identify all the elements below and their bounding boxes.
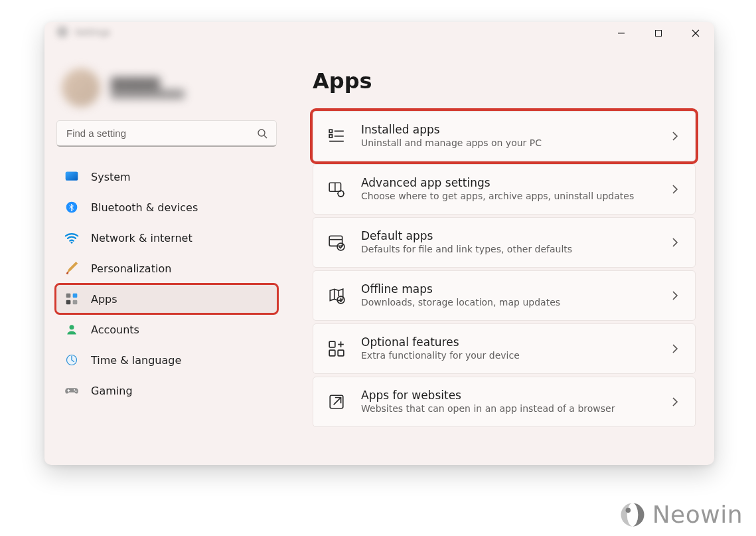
sidebar-item-accounts[interactable]: Accounts: [56, 315, 277, 343]
sidebar-item-label: Personalization: [91, 262, 171, 275]
sidebar-item-label: Gaming: [91, 385, 133, 397]
svg-point-14: [70, 325, 74, 329]
search-icon: [257, 128, 267, 139]
bluetooth-icon: [64, 200, 79, 215]
card-installed-apps[interactable]: Installed apps Uninstall and manage apps…: [313, 111, 696, 161]
chevron-right-icon: [670, 184, 680, 195]
titlebar-left-blurred: Settings: [56, 26, 110, 38]
card-optional-features[interactable]: Optional features Extra functionality fo…: [313, 323, 696, 374]
person-icon: [64, 322, 79, 337]
svg-point-17: [75, 391, 76, 392]
card-apps-for-websites[interactable]: Apps for websites Websites that can open…: [313, 377, 696, 427]
sidebar-item-bluetooth[interactable]: Bluetooth & devices: [56, 193, 277, 221]
sidebar-item-gaming[interactable]: Gaming: [56, 377, 277, 404]
card-default-apps[interactable]: Default apps Defaults for file and link …: [313, 217, 696, 268]
user-name: ██████: [111, 77, 185, 90]
paintbrush-icon: [64, 261, 79, 276]
svg-rect-12: [66, 300, 71, 305]
map-download-icon: [328, 287, 345, 304]
svg-rect-26: [329, 236, 342, 246]
open-external-icon: [328, 393, 345, 410]
card-title: Apps for websites: [361, 389, 662, 402]
watermark: Neowin: [619, 501, 743, 528]
card-title: Installed apps: [361, 123, 662, 137]
list-icon: [328, 128, 345, 145]
sidebar-nav: System Bluetooth & devices Network & int…: [56, 163, 277, 404]
sidebar-item-label: System: [91, 171, 131, 183]
main-panel: Apps Installed apps Uninstall and manage…: [289, 45, 714, 465]
chevron-right-icon: [670, 343, 680, 354]
sidebar-item-label: Bluetooth & devices: [91, 201, 198, 214]
svg-rect-1: [656, 31, 662, 37]
svg-rect-13: [73, 300, 78, 305]
svg-line-5: [264, 135, 267, 138]
svg-point-28: [337, 243, 344, 250]
sidebar-item-label: Apps: [91, 293, 117, 306]
neowin-logo-icon: [619, 501, 646, 528]
search-input[interactable]: [56, 120, 277, 147]
card-offline-maps[interactable]: Offline maps Downloads, storage location…: [313, 270, 696, 321]
card-sub: Downloads, storage location, map updates: [361, 296, 662, 309]
wifi-icon: [64, 230, 79, 245]
watermark-text: Neowin: [652, 501, 743, 528]
svg-rect-11: [73, 294, 78, 298]
sidebar: ██████ ████████████ System: [44, 45, 289, 465]
card-sub: Extra functionality for your device: [361, 349, 662, 362]
maximize-button[interactable]: [640, 22, 677, 45]
card-advanced-settings[interactable]: Advanced app settings Choose where to ge…: [313, 164, 696, 215]
content-area: ██████ ████████████ System: [44, 45, 714, 465]
svg-rect-32: [329, 341, 335, 347]
svg-rect-33: [329, 350, 335, 356]
chevron-right-icon: [670, 397, 680, 407]
svg-point-4: [258, 130, 265, 136]
apps-icon: [64, 292, 79, 306]
search-box: [56, 120, 277, 147]
chevron-right-icon: [670, 290, 680, 301]
sidebar-item-personalization[interactable]: Personalization: [56, 254, 277, 282]
user-block-blurred: ██████ ████████████: [56, 54, 277, 120]
card-title: Advanced app settings: [361, 176, 662, 190]
user-email: ████████████: [111, 90, 185, 99]
sidebar-item-label: Accounts: [91, 323, 139, 336]
minimize-button[interactable]: [603, 22, 640, 45]
svg-line-38: [334, 398, 341, 405]
settings-cards: Installed apps Uninstall and manage apps…: [313, 111, 696, 427]
clock-globe-icon: [64, 353, 79, 367]
maximize-icon: [654, 29, 662, 37]
svg-rect-19: [329, 135, 332, 137]
close-icon: [692, 29, 700, 37]
svg-rect-10: [66, 294, 71, 298]
svg-rect-7: [66, 172, 78, 181]
svg-rect-34: [338, 350, 344, 356]
settings-window: Settings ██████ ████████████: [44, 22, 714, 465]
card-sub: Defaults for file and link types, other …: [361, 243, 662, 256]
svg-point-9: [71, 242, 73, 244]
chevron-right-icon: [670, 237, 680, 248]
sidebar-item-apps[interactable]: Apps: [56, 285, 277, 313]
sidebar-item-time-language[interactable]: Time & language: [56, 346, 277, 374]
grid-plus-icon: [328, 340, 345, 357]
window-check-icon: [328, 234, 345, 251]
card-title: Offline maps: [361, 282, 662, 296]
gamepad-icon: [64, 383, 79, 398]
display-icon: [64, 169, 79, 184]
card-sub: Choose where to get apps, archive apps, …: [361, 190, 662, 203]
sidebar-item-label: Time & language: [91, 354, 181, 367]
card-sub: Uninstall and manage apps on your PC: [361, 137, 662, 149]
sidebar-item-system[interactable]: System: [56, 163, 277, 191]
avatar: [62, 68, 100, 107]
sidebar-item-label: Network & internet: [91, 232, 192, 244]
card-title: Optional features: [361, 335, 662, 349]
svg-point-16: [74, 389, 75, 391]
sidebar-item-network[interactable]: Network & internet: [56, 224, 277, 252]
svg-point-40: [625, 507, 631, 513]
chevron-right-icon: [670, 131, 680, 141]
minimize-icon: [617, 29, 625, 37]
titlebar: Settings: [44, 22, 714, 45]
page-title: Apps: [313, 68, 696, 94]
close-button[interactable]: [677, 22, 714, 45]
apps-gear-icon: [328, 181, 345, 198]
window-controls: [603, 22, 714, 45]
card-title: Default apps: [361, 229, 662, 243]
svg-rect-18: [329, 130, 332, 132]
